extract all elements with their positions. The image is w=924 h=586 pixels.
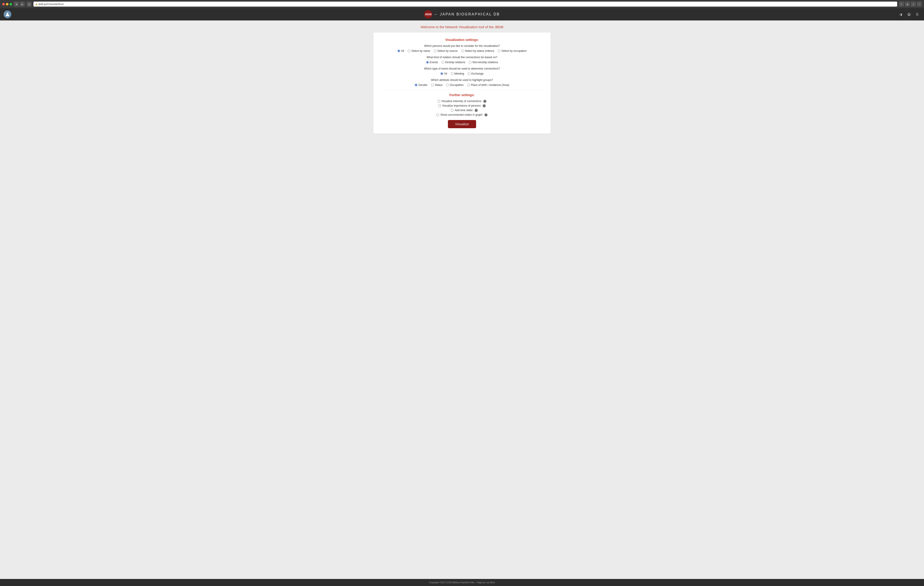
- menu-icon-button[interactable]: ☰: [914, 11, 921, 18]
- minimize-window-button[interactable]: [6, 3, 8, 5]
- help-intensity-icon[interactable]: ?: [483, 100, 486, 103]
- checkbox-unconnected[interactable]: [437, 114, 439, 116]
- checkbox-option-importance[interactable]: Visualize importance of persons ?: [438, 104, 486, 107]
- radio-meeting[interactable]: [451, 72, 454, 75]
- further-settings-list: Visualize intensity of connections ? Vis…: [383, 100, 541, 116]
- reload-button[interactable]: ↻: [899, 2, 904, 7]
- radio-option-all-events[interactable]: All: [441, 72, 447, 75]
- contrast-icon-button[interactable]: ◑: [898, 11, 904, 18]
- radio-gender-label: Gender: [418, 84, 427, 87]
- radio-exchange-label: Exchange: [471, 72, 483, 75]
- persons-question: Which persons would you like to consider…: [383, 44, 541, 48]
- radio-all-events-label: All: [444, 72, 447, 75]
- back-button[interactable]: ◀: [14, 2, 19, 7]
- radio-option-all[interactable]: All: [398, 49, 404, 53]
- radio-option-place-birth[interactable]: Place of birth / residence (Area): [467, 84, 509, 87]
- radio-option-kinship[interactable]: Kinship relations: [442, 61, 465, 64]
- radio-option-non-kinship[interactable]: Non-kinship relations: [469, 61, 498, 64]
- checkbox-option-unconnected[interactable]: Show unconnected nodes in graph ?: [437, 113, 487, 116]
- header-title-text: – Japan Biographical DB: [434, 12, 500, 16]
- radio-option-occupation[interactable]: Occupation: [446, 84, 464, 87]
- radio-by-status-label: Select by status (mibun): [465, 49, 494, 53]
- checkbox-time-slider-label: Add time slider: [455, 109, 473, 112]
- settings-divider: [383, 90, 541, 90]
- sidebar-toggle-button[interactable]: ▤: [26, 2, 31, 7]
- further-settings-title: Further settings:: [383, 93, 541, 97]
- url-text: jbdb.jp/#!/vissuite/front: [39, 3, 63, 5]
- event-type-radio-group: All Meeting Exchange: [383, 72, 541, 75]
- radio-option-exchange[interactable]: Exchange: [468, 72, 483, 75]
- radio-events[interactable]: [426, 61, 429, 64]
- header-left: [3, 10, 12, 18]
- checkbox-unconnected-label: Show unconnected nodes in graph: [441, 113, 482, 116]
- checkbox-intensity[interactable]: [438, 100, 440, 102]
- radio-by-name[interactable]: [408, 49, 410, 52]
- radio-by-source-label: Select by source: [437, 49, 458, 53]
- checkbox-option-time-slider[interactable]: Add time slider ?: [451, 109, 478, 112]
- visualization-settings-title: Visualization settings:: [383, 38, 541, 41]
- browser-ext-2[interactable]: ●: [911, 2, 916, 7]
- radio-option-gender[interactable]: Gender: [415, 84, 427, 87]
- checkbox-option-intensity[interactable]: Visualize intensity of connections ?: [438, 100, 487, 103]
- browser-right-controls: ↻ ◉ ● +: [899, 2, 922, 7]
- browser-new-tab[interactable]: +: [917, 2, 922, 7]
- radio-by-source[interactable]: [434, 49, 437, 52]
- radio-option-by-name[interactable]: Select by name: [408, 49, 430, 53]
- checkbox-importance-label: Visualize importance of persons: [442, 104, 481, 107]
- visualize-button[interactable]: Visualize: [448, 120, 476, 128]
- svg-point-0: [7, 13, 8, 15]
- main-content: Welcome to the Network Visualization too…: [0, 20, 924, 579]
- help-time-slider-icon[interactable]: ?: [475, 109, 478, 112]
- relation-radio-group: Events Kinship relations Non-kinship rel…: [383, 61, 541, 64]
- user-avatar[interactable]: [3, 10, 12, 18]
- jbdb-logo: JBDB: [424, 10, 432, 18]
- radio-option-by-occupation[interactable]: Select by occupation: [498, 49, 526, 53]
- settings-panel: Visualization settings: Which persons wo…: [373, 33, 551, 134]
- browser-nav: ◀ ▶: [14, 2, 25, 7]
- radio-by-name-label: Select by name: [411, 49, 430, 53]
- browser-chrome: ◀ ▶ ▤ 🔒 jbdb.jp/#!/vissuite/front ↻ ◉ ● …: [0, 0, 924, 8]
- radio-by-occupation[interactable]: [498, 49, 500, 52]
- radio-by-status[interactable]: [461, 49, 464, 52]
- radio-kinship-label: Kinship relations: [445, 61, 465, 64]
- attribute-radio-group: Gender Status Occupation Place of birth …: [383, 84, 541, 87]
- browser-ext-1[interactable]: ◉: [905, 2, 910, 7]
- radio-non-kinship-label: Non-kinship relations: [472, 61, 498, 64]
- relation-question: What kind of relation should the connect…: [383, 56, 541, 59]
- radio-exchange[interactable]: [468, 72, 470, 75]
- radio-all[interactable]: [398, 49, 400, 52]
- radio-kinship[interactable]: [442, 61, 444, 64]
- radio-option-by-status[interactable]: Select by status (mibun): [461, 49, 494, 53]
- address-bar[interactable]: 🔒 jbdb.jp/#!/vissuite/front: [33, 2, 897, 7]
- radio-option-meeting[interactable]: Meeting: [451, 72, 464, 75]
- help-unconnected-icon[interactable]: ?: [485, 114, 487, 116]
- radio-all-events[interactable]: [441, 72, 443, 75]
- radio-option-status[interactable]: Status: [431, 84, 442, 87]
- radio-status-label: Status: [435, 84, 442, 87]
- traffic-lights: [2, 3, 12, 5]
- radio-gender[interactable]: [415, 84, 417, 86]
- radio-option-events[interactable]: Events: [426, 61, 438, 64]
- power-icon-button[interactable]: ⏻: [906, 11, 912, 18]
- event-type-question: Which type of event should be used to de…: [383, 67, 541, 70]
- checkbox-time-slider[interactable]: [451, 109, 453, 112]
- app-title: – Japan Biographical DB: [434, 12, 500, 16]
- checkbox-importance[interactable]: [438, 105, 441, 107]
- header-right: ◑ ⏻ ☰: [898, 11, 921, 18]
- radio-place-birth[interactable]: [467, 84, 470, 86]
- radio-occupation[interactable]: [446, 84, 449, 86]
- radio-option-by-source[interactable]: Select by source: [434, 49, 458, 53]
- checkbox-intensity-label: Visualize intensity of connections: [442, 100, 482, 103]
- further-settings: Further settings: Visualize intensity of…: [383, 93, 541, 116]
- radio-non-kinship[interactable]: [469, 61, 472, 64]
- radio-place-birth-label: Place of birth / residence (Area): [471, 84, 509, 87]
- forward-button[interactable]: ▶: [20, 2, 25, 7]
- welcome-text: Welcome to the Network Visualization too…: [421, 25, 503, 29]
- close-window-button[interactable]: [2, 3, 5, 5]
- radio-status[interactable]: [431, 84, 434, 86]
- maximize-window-button[interactable]: [10, 3, 12, 5]
- footer-text: Copyright ©2017-2019 Bettina Gramlich-Ok…: [429, 581, 495, 584]
- persons-radio-group: All Select by name Select by source Sele…: [383, 49, 541, 53]
- app-footer: Copyright ©2017-2019 Bettina Gramlich-Ok…: [0, 579, 924, 586]
- help-importance-icon[interactable]: ?: [483, 104, 486, 107]
